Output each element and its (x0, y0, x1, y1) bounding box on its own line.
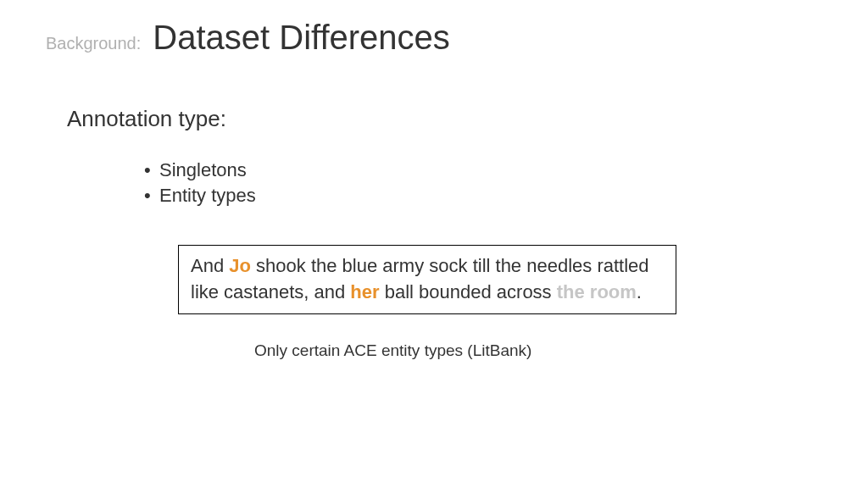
bullet-item: Singletons (144, 158, 256, 183)
highlight-entity: her (350, 281, 379, 302)
kicker: Background: (46, 34, 141, 53)
example-text: And (191, 255, 229, 276)
page-title: Dataset Differences (153, 19, 450, 57)
example-text: . (637, 281, 642, 302)
highlight-muted: the room (557, 281, 637, 302)
slide: Background: Dataset Differences Annotati… (0, 0, 868, 488)
example-box: And Jo shook the blue army sock till the… (178, 245, 676, 314)
example-caption: Only certain ACE entity types (LitBank) (254, 341, 531, 360)
section-heading: Annotation type: (67, 106, 226, 132)
bullet-list: Singletons Entity types (110, 158, 256, 208)
highlight-entity: Jo (229, 255, 251, 276)
example-text: ball bounded across (380, 281, 557, 302)
bullet-item: Entity types (144, 183, 256, 208)
title-row: Background: Dataset Differences (46, 19, 450, 57)
